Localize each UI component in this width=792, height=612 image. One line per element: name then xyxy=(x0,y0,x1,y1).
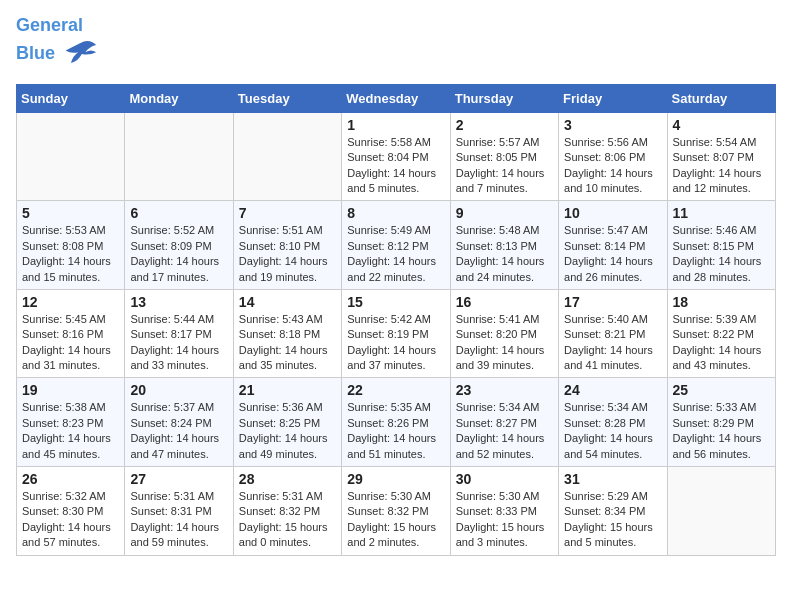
calendar-cell: 19Sunrise: 5:38 AM Sunset: 8:23 PM Dayli… xyxy=(17,378,125,467)
calendar-cell: 30Sunrise: 5:30 AM Sunset: 8:33 PM Dayli… xyxy=(450,467,558,556)
day-number: 14 xyxy=(239,294,336,310)
calendar-cell: 3Sunrise: 5:56 AM Sunset: 8:06 PM Daylig… xyxy=(559,112,667,201)
calendar-cell: 2Sunrise: 5:57 AM Sunset: 8:05 PM Daylig… xyxy=(450,112,558,201)
day-info: Sunrise: 5:41 AM Sunset: 8:20 PM Dayligh… xyxy=(456,312,553,374)
day-info: Sunrise: 5:29 AM Sunset: 8:34 PM Dayligh… xyxy=(564,489,661,551)
calendar-cell: 4Sunrise: 5:54 AM Sunset: 8:07 PM Daylig… xyxy=(667,112,775,201)
calendar-week-1: 1Sunrise: 5:58 AM Sunset: 8:04 PM Daylig… xyxy=(17,112,776,201)
day-info: Sunrise: 5:48 AM Sunset: 8:13 PM Dayligh… xyxy=(456,223,553,285)
day-number: 23 xyxy=(456,382,553,398)
day-info: Sunrise: 5:36 AM Sunset: 8:25 PM Dayligh… xyxy=(239,400,336,462)
calendar-cell: 9Sunrise: 5:48 AM Sunset: 8:13 PM Daylig… xyxy=(450,201,558,290)
calendar-cell: 21Sunrise: 5:36 AM Sunset: 8:25 PM Dayli… xyxy=(233,378,341,467)
calendar-cell: 10Sunrise: 5:47 AM Sunset: 8:14 PM Dayli… xyxy=(559,201,667,290)
day-info: Sunrise: 5:35 AM Sunset: 8:26 PM Dayligh… xyxy=(347,400,444,462)
day-number: 8 xyxy=(347,205,444,221)
day-number: 7 xyxy=(239,205,336,221)
logo-general: General xyxy=(16,15,83,35)
weekday-header-wednesday: Wednesday xyxy=(342,84,450,112)
day-info: Sunrise: 5:40 AM Sunset: 8:21 PM Dayligh… xyxy=(564,312,661,374)
day-info: Sunrise: 5:31 AM Sunset: 8:32 PM Dayligh… xyxy=(239,489,336,551)
weekday-header-row: SundayMondayTuesdayWednesdayThursdayFrid… xyxy=(17,84,776,112)
calendar-cell: 15Sunrise: 5:42 AM Sunset: 8:19 PM Dayli… xyxy=(342,289,450,378)
calendar-cell: 1Sunrise: 5:58 AM Sunset: 8:04 PM Daylig… xyxy=(342,112,450,201)
calendar-cell xyxy=(667,467,775,556)
day-number: 11 xyxy=(673,205,770,221)
weekday-header-sunday: Sunday xyxy=(17,84,125,112)
day-info: Sunrise: 5:43 AM Sunset: 8:18 PM Dayligh… xyxy=(239,312,336,374)
calendar-week-2: 5Sunrise: 5:53 AM Sunset: 8:08 PM Daylig… xyxy=(17,201,776,290)
day-number: 2 xyxy=(456,117,553,133)
weekday-header-thursday: Thursday xyxy=(450,84,558,112)
calendar-cell: 11Sunrise: 5:46 AM Sunset: 8:15 PM Dayli… xyxy=(667,201,775,290)
logo-bird-icon xyxy=(62,36,98,72)
day-number: 20 xyxy=(130,382,227,398)
calendar-cell: 28Sunrise: 5:31 AM Sunset: 8:32 PM Dayli… xyxy=(233,467,341,556)
day-number: 3 xyxy=(564,117,661,133)
day-info: Sunrise: 5:45 AM Sunset: 8:16 PM Dayligh… xyxy=(22,312,119,374)
calendar-cell: 26Sunrise: 5:32 AM Sunset: 8:30 PM Dayli… xyxy=(17,467,125,556)
logo: General Blue xyxy=(16,16,98,72)
day-info: Sunrise: 5:38 AM Sunset: 8:23 PM Dayligh… xyxy=(22,400,119,462)
day-number: 15 xyxy=(347,294,444,310)
day-number: 27 xyxy=(130,471,227,487)
calendar-week-3: 12Sunrise: 5:45 AM Sunset: 8:16 PM Dayli… xyxy=(17,289,776,378)
calendar-cell: 12Sunrise: 5:45 AM Sunset: 8:16 PM Dayli… xyxy=(17,289,125,378)
calendar-cell: 29Sunrise: 5:30 AM Sunset: 8:32 PM Dayli… xyxy=(342,467,450,556)
day-info: Sunrise: 5:54 AM Sunset: 8:07 PM Dayligh… xyxy=(673,135,770,197)
calendar-cell xyxy=(17,112,125,201)
page-header: General Blue xyxy=(16,16,776,72)
weekday-header-tuesday: Tuesday xyxy=(233,84,341,112)
day-number: 5 xyxy=(22,205,119,221)
weekday-header-monday: Monday xyxy=(125,84,233,112)
day-info: Sunrise: 5:32 AM Sunset: 8:30 PM Dayligh… xyxy=(22,489,119,551)
weekday-header-friday: Friday xyxy=(559,84,667,112)
day-info: Sunrise: 5:42 AM Sunset: 8:19 PM Dayligh… xyxy=(347,312,444,374)
calendar-cell xyxy=(125,112,233,201)
calendar-cell: 23Sunrise: 5:34 AM Sunset: 8:27 PM Dayli… xyxy=(450,378,558,467)
day-info: Sunrise: 5:33 AM Sunset: 8:29 PM Dayligh… xyxy=(673,400,770,462)
calendar-cell: 22Sunrise: 5:35 AM Sunset: 8:26 PM Dayli… xyxy=(342,378,450,467)
calendar-cell: 14Sunrise: 5:43 AM Sunset: 8:18 PM Dayli… xyxy=(233,289,341,378)
calendar-cell: 27Sunrise: 5:31 AM Sunset: 8:31 PM Dayli… xyxy=(125,467,233,556)
day-number: 24 xyxy=(564,382,661,398)
day-number: 22 xyxy=(347,382,444,398)
day-info: Sunrise: 5:56 AM Sunset: 8:06 PM Dayligh… xyxy=(564,135,661,197)
day-number: 13 xyxy=(130,294,227,310)
day-number: 9 xyxy=(456,205,553,221)
day-info: Sunrise: 5:30 AM Sunset: 8:33 PM Dayligh… xyxy=(456,489,553,551)
day-number: 29 xyxy=(347,471,444,487)
calendar-cell: 31Sunrise: 5:29 AM Sunset: 8:34 PM Dayli… xyxy=(559,467,667,556)
day-info: Sunrise: 5:57 AM Sunset: 8:05 PM Dayligh… xyxy=(456,135,553,197)
day-number: 30 xyxy=(456,471,553,487)
logo-blue: Blue xyxy=(16,43,55,63)
day-number: 16 xyxy=(456,294,553,310)
day-info: Sunrise: 5:52 AM Sunset: 8:09 PM Dayligh… xyxy=(130,223,227,285)
calendar-cell xyxy=(233,112,341,201)
calendar-cell: 6Sunrise: 5:52 AM Sunset: 8:09 PM Daylig… xyxy=(125,201,233,290)
day-info: Sunrise: 5:51 AM Sunset: 8:10 PM Dayligh… xyxy=(239,223,336,285)
day-info: Sunrise: 5:31 AM Sunset: 8:31 PM Dayligh… xyxy=(130,489,227,551)
day-info: Sunrise: 5:58 AM Sunset: 8:04 PM Dayligh… xyxy=(347,135,444,197)
day-number: 1 xyxy=(347,117,444,133)
calendar-week-5: 26Sunrise: 5:32 AM Sunset: 8:30 PM Dayli… xyxy=(17,467,776,556)
day-number: 18 xyxy=(673,294,770,310)
day-number: 4 xyxy=(673,117,770,133)
calendar-cell: 20Sunrise: 5:37 AM Sunset: 8:24 PM Dayli… xyxy=(125,378,233,467)
day-info: Sunrise: 5:53 AM Sunset: 8:08 PM Dayligh… xyxy=(22,223,119,285)
calendar-cell: 13Sunrise: 5:44 AM Sunset: 8:17 PM Dayli… xyxy=(125,289,233,378)
day-info: Sunrise: 5:34 AM Sunset: 8:28 PM Dayligh… xyxy=(564,400,661,462)
day-number: 6 xyxy=(130,205,227,221)
weekday-header-saturday: Saturday xyxy=(667,84,775,112)
day-info: Sunrise: 5:37 AM Sunset: 8:24 PM Dayligh… xyxy=(130,400,227,462)
calendar-cell: 18Sunrise: 5:39 AM Sunset: 8:22 PM Dayli… xyxy=(667,289,775,378)
day-number: 17 xyxy=(564,294,661,310)
day-info: Sunrise: 5:30 AM Sunset: 8:32 PM Dayligh… xyxy=(347,489,444,551)
calendar-cell: 7Sunrise: 5:51 AM Sunset: 8:10 PM Daylig… xyxy=(233,201,341,290)
day-info: Sunrise: 5:44 AM Sunset: 8:17 PM Dayligh… xyxy=(130,312,227,374)
calendar-cell: 8Sunrise: 5:49 AM Sunset: 8:12 PM Daylig… xyxy=(342,201,450,290)
day-info: Sunrise: 5:34 AM Sunset: 8:27 PM Dayligh… xyxy=(456,400,553,462)
calendar-week-4: 19Sunrise: 5:38 AM Sunset: 8:23 PM Dayli… xyxy=(17,378,776,467)
calendar-cell: 5Sunrise: 5:53 AM Sunset: 8:08 PM Daylig… xyxy=(17,201,125,290)
day-number: 12 xyxy=(22,294,119,310)
